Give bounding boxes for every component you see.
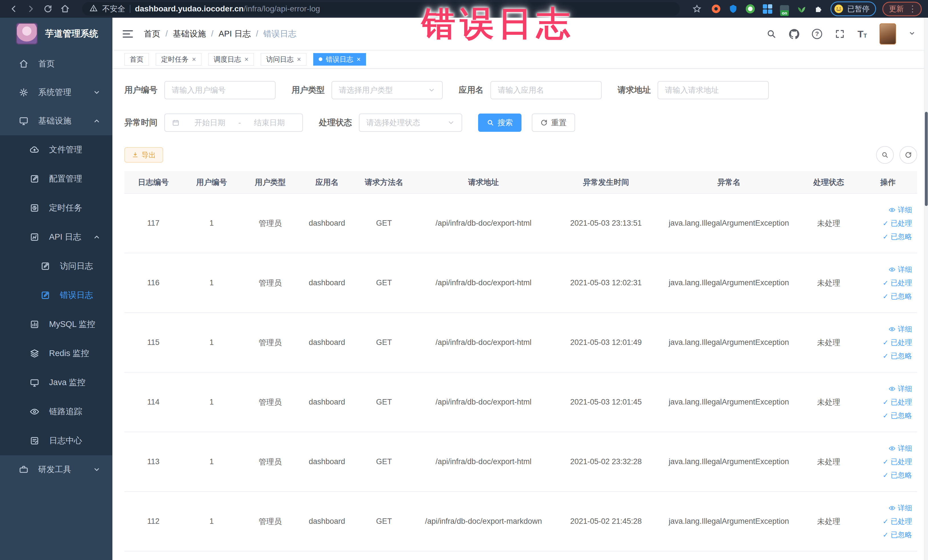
sidebar-item-log-center[interactable]: 日志中心 (0, 426, 112, 455)
sidebar-item-redis-monitor[interactable]: Redis 监控 (0, 339, 112, 368)
detail-link[interactable]: 详细 (888, 324, 912, 334)
ignored-link[interactable]: ✓已忽略 (883, 291, 912, 301)
sidebar-submenu-infra: 文件管理 配置管理 定时任务 API 日志 访问日志 (0, 135, 112, 455)
export-button[interactable]: 导出 (124, 147, 163, 163)
tab-home[interactable]: 首页 (124, 53, 149, 66)
reset-button[interactable]: 重置 (532, 113, 575, 132)
sidebar-item-access-log[interactable]: 访问日志 (0, 252, 112, 281)
processed-link[interactable]: ✓已处理 (883, 517, 912, 526)
sidebar-item-label: 定时任务 (49, 202, 82, 214)
extension-shield-icon[interactable] (728, 3, 739, 14)
ignored-link[interactable]: ✓已忽略 (883, 351, 912, 360)
gear-icon (18, 87, 29, 98)
logo-image (16, 23, 38, 44)
sidebar-item-label: 访问日志 (60, 261, 93, 272)
sidebar-item-tracing[interactable]: 链路追踪 (0, 397, 112, 426)
refresh-table-button[interactable] (899, 146, 917, 164)
detail-link[interactable]: 详细 (888, 444, 912, 453)
request-url-input[interactable] (658, 81, 769, 99)
detail-link[interactable]: 详细 (888, 265, 912, 274)
github-icon[interactable] (789, 29, 799, 39)
processed-link[interactable]: ✓已处理 (883, 397, 912, 407)
search-icon[interactable] (766, 29, 777, 39)
bookmark-star-icon[interactable] (690, 2, 704, 16)
chevron-down-icon[interactable] (908, 30, 916, 38)
paused-extension-badge[interactable]: 已暂停 (830, 2, 876, 16)
app-name-input[interactable] (490, 81, 601, 99)
user-type-select[interactable]: 请选择用户类型 (331, 81, 443, 99)
scrollbar-thumb[interactable] (925, 112, 928, 206)
process-status-select[interactable]: 请选择处理状态 (359, 113, 462, 132)
extension-switch-icon[interactable]: on (779, 3, 790, 14)
cell-user-id: 1 (182, 432, 241, 491)
filter-row-1: 用户编号 用户类型 请选择用户类型 应用名 (124, 81, 917, 99)
scrollbar[interactable] (924, 18, 928, 560)
chrome-update-badge[interactable]: 更新 ⋮ (882, 2, 922, 16)
close-icon[interactable]: × (192, 56, 196, 63)
close-icon[interactable]: × (297, 56, 301, 63)
fullscreen-icon[interactable] (835, 29, 845, 39)
filter-user-type: 用户类型 请选择用户类型 (292, 81, 443, 99)
processed-link[interactable]: ✓已处理 (883, 457, 912, 467)
log-doc-icon (40, 290, 51, 301)
sidebar-item-mysql-monitor[interactable]: MySQL 监控 (0, 310, 112, 339)
sidebar-item-scheduled-tasks[interactable]: 定时任务 (0, 194, 112, 223)
close-icon[interactable]: × (357, 56, 360, 63)
eye-icon (888, 266, 896, 273)
processed-link[interactable]: ✓已处理 (883, 278, 912, 288)
browser-menu-icon[interactable]: ⋮ (908, 5, 917, 13)
back-icon[interactable] (6, 2, 21, 16)
ignored-link[interactable]: ✓已忽略 (883, 232, 912, 241)
processed-link[interactable]: ✓已处理 (883, 218, 912, 228)
toggle-search-button[interactable] (876, 146, 894, 164)
sidebar-item-system[interactable]: 系统管理 (0, 78, 112, 107)
sidebar-toggle-icon[interactable] (123, 30, 134, 38)
extension-grid-icon[interactable] (762, 3, 773, 14)
forward-icon[interactable] (23, 2, 38, 16)
reload-icon[interactable] (41, 2, 55, 16)
tab-schedule-log[interactable]: 调度日志× (208, 53, 254, 66)
ignored-link[interactable]: ✓已忽略 (883, 411, 912, 420)
app-logo[interactable]: 芋道管理系统 (0, 18, 112, 50)
extension-orange-icon[interactable] (711, 3, 722, 14)
processed-link[interactable]: ✓已处理 (883, 338, 912, 347)
extension-puzzle-icon[interactable] (814, 3, 824, 14)
ignored-link[interactable]: ✓已忽略 (883, 530, 912, 539)
date-range-picker[interactable]: 开始日期 - 结束日期 (164, 113, 303, 132)
breadcrumb-home[interactable]: 首页 (144, 28, 160, 40)
cell-method: GET (354, 253, 414, 313)
user-id-input[interactable] (164, 81, 276, 99)
tab-error-log[interactable]: 错误日志× (313, 53, 366, 66)
cell-process-status: 未处理 (799, 491, 858, 551)
cell-actions: 详细 ✓已处理 ✓已忽略 (858, 491, 917, 551)
detail-link[interactable]: 详细 (888, 205, 912, 215)
detail-link[interactable]: 详细 (888, 503, 912, 513)
sidebar-item-dev-tools[interactable]: 研发工具 (0, 455, 112, 484)
tab-scheduled-tasks[interactable]: 定时任务× (156, 53, 201, 66)
close-icon[interactable]: × (244, 56, 249, 63)
sidebar-item-home[interactable]: 首页 (0, 50, 112, 78)
breadcrumb-api-log[interactable]: API 日志 (218, 28, 251, 40)
cell-app-name: dashboard (299, 491, 354, 551)
sidebar-item-file-management[interactable]: 文件管理 (0, 135, 112, 164)
ignored-link[interactable]: ✓已忽略 (883, 470, 912, 480)
cell-exception-name: java.lang.IllegalArgumentException (659, 432, 799, 491)
search-button[interactable]: 搜索 (478, 113, 522, 132)
font-size-icon[interactable]: TT (858, 29, 867, 39)
extension-leaf-icon[interactable] (796, 3, 807, 14)
detail-link[interactable]: 详细 (888, 384, 912, 394)
col-exception-time: 异常发生时间 (553, 171, 659, 194)
tab-access-log[interactable]: 访问日志× (261, 53, 307, 66)
avatar[interactable] (879, 23, 896, 44)
extension-green-icon[interactable] (745, 3, 756, 14)
help-icon[interactable]: ? (812, 29, 822, 39)
home-icon[interactable] (58, 2, 72, 16)
address-bar[interactable]: 不安全 dashboard.yudao.iocoder.cn/infra/log… (82, 2, 680, 16)
sidebar-item-config-management[interactable]: 配置管理 (0, 164, 112, 194)
sidebar-item-error-log[interactable]: 错误日志 (0, 281, 112, 310)
breadcrumb-infra[interactable]: 基础设施 (173, 28, 206, 40)
sidebar-item-java-monitor[interactable]: Java 监控 (0, 368, 112, 397)
sidebar-item-api-log[interactable]: API 日志 (0, 223, 112, 252)
security-warning-icon[interactable] (90, 4, 98, 14)
sidebar-item-infra[interactable]: 基础设施 (0, 107, 112, 135)
